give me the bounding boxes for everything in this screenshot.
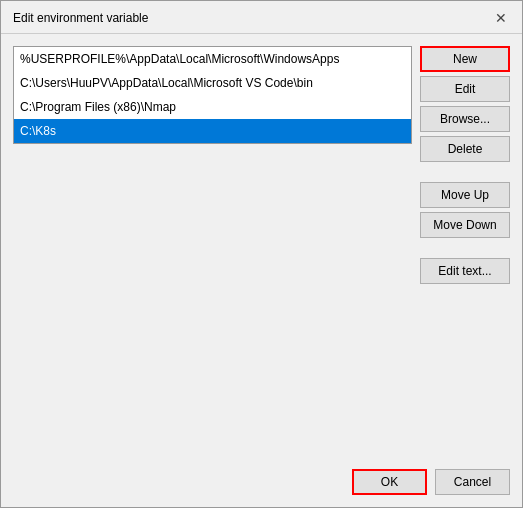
list-item[interactable]: C:\Users\HuuPV\AppData\Local\Microsoft V… <box>14 71 411 95</box>
edit-button[interactable]: Edit <box>420 76 510 102</box>
list-panel-wrapper: %USERPROFILE%\AppData\Local\Microsoft\Wi… <box>13 46 412 449</box>
move-up-button[interactable]: Move Up <box>420 182 510 208</box>
edit-env-variable-dialog: Edit environment variable ✕ %USERPROFILE… <box>0 0 523 508</box>
delete-button[interactable]: Delete <box>420 136 510 162</box>
buttons-panel: New Edit Browse... Delete Move Up Move D… <box>420 46 510 449</box>
dialog-title: Edit environment variable <box>13 11 148 25</box>
list-item-selected[interactable]: C:\K8s <box>14 119 411 143</box>
move-down-button[interactable]: Move Down <box>420 212 510 238</box>
env-variable-list[interactable]: %USERPROFILE%\AppData\Local\Microsoft\Wi… <box>13 46 412 144</box>
close-button[interactable]: ✕ <box>492 9 510 27</box>
dialog-footer: OK Cancel <box>1 461 522 507</box>
list-item[interactable]: %USERPROFILE%\AppData\Local\Microsoft\Wi… <box>14 47 411 71</box>
browse-button[interactable]: Browse... <box>420 106 510 132</box>
title-bar: Edit environment variable ✕ <box>1 1 522 34</box>
list-item[interactable]: C:\Program Files (x86)\Nmap <box>14 95 411 119</box>
new-button[interactable]: New <box>420 46 510 72</box>
dialog-body: %USERPROFILE%\AppData\Local\Microsoft\Wi… <box>1 34 522 461</box>
cancel-button[interactable]: Cancel <box>435 469 510 495</box>
edit-text-button[interactable]: Edit text... <box>420 258 510 284</box>
ok-button[interactable]: OK <box>352 469 427 495</box>
